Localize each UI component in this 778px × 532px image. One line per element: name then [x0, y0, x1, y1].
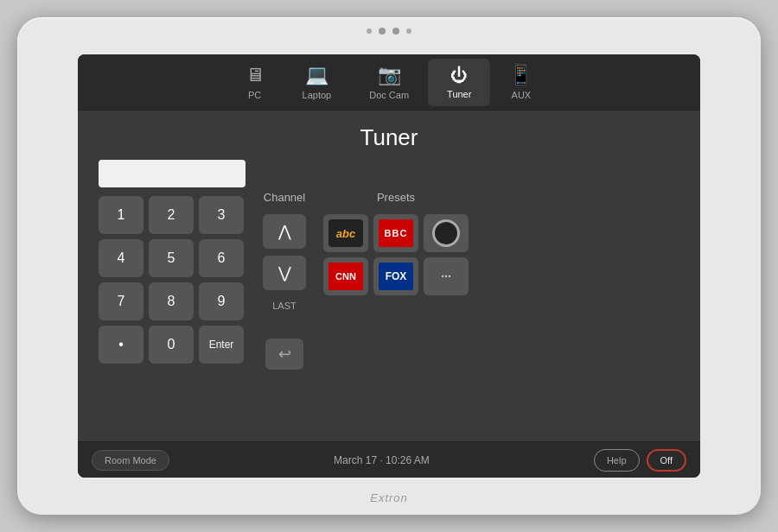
- aux-icon: 📱: [509, 64, 532, 86]
- indicator-dot: [367, 28, 372, 34]
- laptop-icon: 💻: [305, 64, 328, 86]
- presets-grid: abc BBC CNN: [323, 214, 469, 295]
- bottom-right-controls: Help Off: [594, 449, 686, 472]
- replay-button[interactable]: ↩: [265, 339, 303, 370]
- screen-area: 🖥 PC 💻 Laptop 📷 Doc Cam ⏻ Tuner 📱 AUX T: [78, 54, 700, 478]
- main-content: Tuner 1 2 3 4 5 6 7 8 9 •: [78, 111, 700, 441]
- off-button[interactable]: Off: [647, 449, 686, 472]
- indicator-dot: [406, 28, 411, 34]
- key-9[interactable]: 9: [199, 282, 244, 320]
- preset-bbc[interactable]: BBC: [373, 214, 418, 252]
- preset-more[interactable]: ···: [424, 257, 469, 295]
- keypad-section: 1 2 3 4 5 6 7 8 9 • 0 Enter: [99, 160, 246, 434]
- last-button[interactable]: LAST: [263, 301, 306, 332]
- tuner-body: 1 2 3 4 5 6 7 8 9 • 0 Enter: [99, 160, 679, 441]
- help-button[interactable]: Help: [594, 449, 640, 472]
- abc-logo: abc: [328, 219, 363, 247]
- preset-fox[interactable]: FOX: [373, 257, 418, 295]
- channel-display: [99, 160, 246, 187]
- key-5[interactable]: 5: [149, 239, 194, 277]
- key-3[interactable]: 3: [199, 196, 244, 234]
- cnn-logo: CNN: [328, 263, 363, 290]
- channel-label: Channel: [264, 191, 305, 204]
- doccam-icon: 📷: [378, 64, 401, 86]
- nav-item-aux[interactable]: 📱 AUX: [490, 57, 552, 107]
- nav-item-doccam[interactable]: 📷 Doc Cam: [350, 57, 428, 107]
- fox-logo: FOX: [379, 263, 413, 290]
- keypad-grid: 1 2 3 4 5 6 7 8 9 • 0 Enter: [99, 196, 246, 364]
- nav-item-pc-label: PC: [248, 90, 261, 100]
- preset-cnn[interactable]: CNN: [323, 257, 368, 295]
- more-icon: ···: [429, 263, 463, 290]
- bbc-logo: BBC: [379, 219, 413, 247]
- indicator-dot: [392, 28, 399, 35]
- room-mode-button[interactable]: Room Mode: [92, 450, 169, 471]
- top-indicators: [367, 28, 411, 35]
- nav-item-laptop-label: Laptop: [303, 90, 332, 100]
- nav-item-tuner[interactable]: ⏻ Tuner: [428, 59, 490, 106]
- key-8[interactable]: 8: [149, 282, 194, 320]
- nav-item-laptop[interactable]: 💻 Laptop: [284, 57, 351, 107]
- presets-section: Presets abc BBC: [323, 160, 469, 434]
- brand-label: Extron: [370, 491, 408, 504]
- key-0[interactable]: 0: [149, 326, 194, 364]
- key-6[interactable]: 6: [199, 239, 244, 277]
- pc-icon: 🖥: [246, 64, 265, 86]
- datetime-display: March 17 · 10:26 AM: [334, 454, 430, 466]
- key-1[interactable]: 1: [99, 196, 143, 234]
- key-2[interactable]: 2: [149, 196, 194, 234]
- cnn-text: CNN: [335, 271, 356, 282]
- dot-logo: [432, 219, 460, 247]
- nav-item-pc[interactable]: 🖥 PC: [226, 57, 284, 107]
- key-dot[interactable]: •: [99, 326, 143, 364]
- key-7[interactable]: 7: [99, 282, 143, 320]
- nav-item-tuner-label: Tuner: [447, 89, 471, 99]
- indicator-dot: [379, 28, 386, 35]
- key-enter[interactable]: Enter: [199, 326, 244, 364]
- channel-section: Channel ⋀ ⋁ LAST ↩: [263, 160, 306, 434]
- bottom-bar: Room Mode March 17 · 10:26 AM Help Off: [78, 441, 700, 478]
- presets-label: Presets: [323, 191, 469, 204]
- fox-text: FOX: [386, 270, 407, 282]
- page-title: Tuner: [99, 111, 679, 160]
- nav-item-aux-label: AUX: [512, 90, 532, 100]
- device-frame: Display On Off Mute Screen Control Light…: [17, 17, 761, 515]
- nav-item-doccam-label: Doc Cam: [369, 90, 409, 100]
- top-nav: 🖥 PC 💻 Laptop 📷 Doc Cam ⏻ Tuner 📱 AUX: [78, 54, 700, 111]
- channel-down-button[interactable]: ⋁: [263, 256, 306, 290]
- preset-abc[interactable]: abc: [323, 214, 368, 252]
- channel-up-button[interactable]: ⋀: [263, 214, 306, 249]
- bbc-text: BBC: [385, 228, 408, 238]
- abc-text: abc: [336, 227, 355, 240]
- tuner-icon: ⏻: [450, 66, 468, 86]
- key-4[interactable]: 4: [99, 239, 143, 277]
- preset-dot[interactable]: [424, 214, 469, 252]
